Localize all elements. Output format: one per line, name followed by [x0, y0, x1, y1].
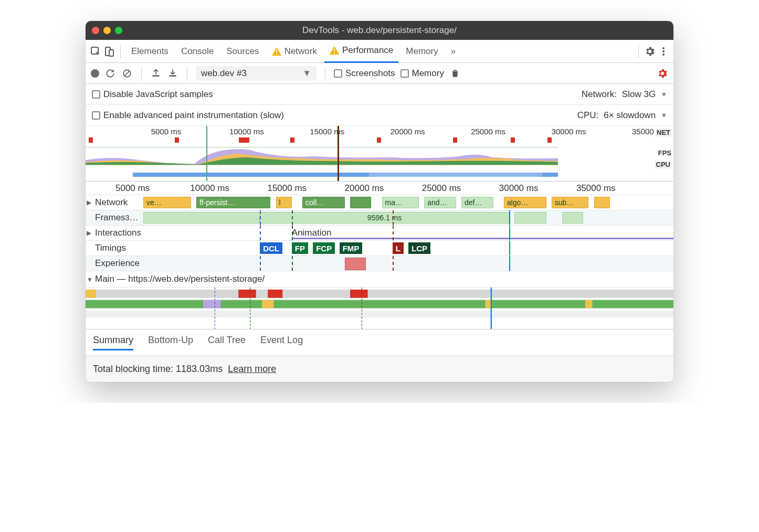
network-request-block[interactable]: def… — [461, 197, 493, 208]
timing-fp[interactable]: FP — [292, 242, 308, 254]
tab-sources[interactable]: Sources — [221, 40, 264, 63]
svg-rect-12 — [152, 75, 159, 77]
svg-point-9 — [662, 54, 665, 56]
fp-marker — [292, 210, 293, 225]
details-tab-event-log[interactable]: Event Log — [260, 335, 303, 350]
zoom-icon[interactable] — [115, 27, 122, 34]
inspect-icon[interactable] — [90, 46, 101, 57]
timing-lcp[interactable]: LCP — [408, 242, 430, 254]
ruler-tick: 20000 ms — [391, 127, 425, 136]
separator — [638, 45, 639, 58]
learn-more-link[interactable]: Learn more — [228, 364, 276, 374]
cpu-throttle-value[interactable]: 6× slowdown — [604, 110, 656, 121]
disable-js-checkbox[interactable]: Disable JavaScript samples — [92, 89, 213, 100]
tracks-ruler[interactable]: 5000 ms10000 ms15000 ms20000 ms25000 ms3… — [86, 182, 673, 195]
main-thread-header[interactable]: ▼ Main — https://web.dev/persistent-stor… — [86, 271, 673, 288]
svg-rect-2 — [109, 50, 113, 56]
dcl-marker — [260, 210, 261, 225]
long-task-marker — [377, 137, 381, 143]
settings-icon[interactable] — [644, 46, 656, 57]
tab-network[interactable]: Network — [267, 40, 322, 63]
network-request-block[interactable]: ff-persist… — [196, 197, 270, 208]
details-tab-bottom-up[interactable]: Bottom-Up — [148, 335, 193, 350]
load-profile-icon[interactable] — [150, 68, 162, 79]
minimize-icon[interactable] — [103, 27, 111, 34]
devtools-window: DevTools - web.dev/persistent-storage/ E… — [86, 21, 673, 382]
network-request-block[interactable]: sub… — [552, 197, 589, 208]
ruler-tick: 10000 ms — [190, 183, 229, 194]
tab-console[interactable]: Console — [176, 40, 219, 63]
titlebar[interactable]: DevTools - web.dev/persistent-storage/ — [86, 21, 673, 40]
network-track[interactable]: ▶Network ve…ff-persist…lcoll…ma…and…def…… — [86, 195, 673, 210]
clear-icon[interactable] — [121, 68, 133, 79]
record-button[interactable] — [91, 69, 99, 78]
experience-track[interactable]: Experience — [86, 256, 673, 271]
flame-chart[interactable] — [86, 288, 673, 329]
interactions-track[interactable]: ▶Interactions Animation — [86, 226, 673, 241]
memory-checkbox[interactable]: Memory — [400, 68, 444, 79]
collapse-arrow-icon[interactable]: ▼ — [87, 276, 93, 283]
network-request-block[interactable]: coll… — [302, 197, 345, 208]
ruler-tick: 5000 ms — [151, 127, 182, 136]
timing-l[interactable]: L — [393, 242, 404, 254]
frames-track[interactable]: Frames399.8 ms 9596.1 ms — [86, 210, 673, 226]
profile-select[interactable]: web.dev #3 ▼ — [196, 66, 317, 81]
svg-rect-15 — [86, 290, 673, 298]
enable-paint-checkbox[interactable]: Enable advanced paint instrumentation (s… — [92, 110, 284, 121]
trash-icon[interactable] — [449, 68, 461, 79]
ruler-tick: 10000 ms — [229, 127, 264, 136]
network-request-block[interactable]: algo… — [504, 197, 546, 208]
network-throttle-label: Network: — [582, 89, 617, 100]
network-request-block[interactable]: and… — [424, 197, 456, 208]
expand-arrow-icon[interactable]: ▶ — [87, 199, 91, 206]
chevron-down-icon[interactable]: ▼ — [661, 91, 667, 98]
ruler-tick: 5000 ms — [115, 183, 150, 194]
expand-arrow-icon[interactable]: ▶ — [87, 229, 91, 237]
reload-icon[interactable] — [104, 68, 116, 79]
selection-handle-left[interactable] — [206, 126, 207, 181]
details-tab-call-tree[interactable]: Call Tree — [208, 335, 246, 350]
profile-select-label: web.dev #3 — [201, 68, 247, 79]
kebab-menu-icon[interactable] — [658, 46, 669, 57]
chevron-down-icon[interactable]: ▼ — [661, 112, 667, 119]
tab-memory[interactable]: Memory — [400, 40, 443, 63]
svg-rect-21 — [203, 300, 221, 308]
svg-rect-19 — [350, 290, 368, 298]
selection-handle-right[interactable] — [338, 126, 339, 181]
timing-dcl[interactable]: DCL — [260, 242, 282, 254]
long-task-marker — [547, 137, 552, 143]
animation-bar — [292, 238, 673, 239]
screenshots-checkbox[interactable]: Screenshots — [334, 68, 395, 79]
overflow-tabs-button[interactable]: » — [446, 40, 461, 63]
network-request-block[interactable] — [350, 197, 371, 208]
svg-rect-24 — [585, 300, 592, 308]
network-request-block[interactable]: l — [276, 197, 292, 208]
option-row-js-samples: Disable JavaScript samples Network: Slow… — [86, 84, 673, 105]
capture-settings-icon[interactable] — [657, 68, 668, 79]
network-request-block[interactable]: ve… — [143, 197, 191, 208]
device-toggle-icon[interactable] — [103, 46, 115, 57]
separator — [187, 67, 187, 80]
network-request-block[interactable] — [594, 197, 610, 208]
close-icon[interactable] — [92, 27, 99, 34]
svg-rect-23 — [486, 300, 491, 308]
timeline-overview[interactable]: 5000 ms10000 ms15000 ms20000 ms25000 ms3… — [86, 126, 673, 182]
window-title: DevTools - web.dev/persistent-storage/ — [86, 25, 673, 36]
layout-shift-block[interactable] — [345, 258, 366, 270]
timings-track[interactable]: Timings DCLFPFCPFMPLLCP — [86, 241, 673, 256]
network-request-block[interactable]: ma… — [382, 197, 419, 208]
svg-rect-6 — [334, 52, 335, 54]
network-throttle-value[interactable]: Slow 3G — [622, 89, 656, 100]
ruler-tick: 20000 ms — [345, 183, 384, 194]
save-profile-icon[interactable] — [167, 68, 178, 79]
tab-elements[interactable]: Elements — [126, 40, 174, 63]
details-tab-summary[interactable]: Summary — [93, 335, 133, 350]
cpu-throttle-label: CPU: — [577, 110, 599, 121]
timing-fmp[interactable]: FMP — [340, 242, 363, 254]
playhead-marker[interactable] — [509, 210, 510, 225]
ruler-tick: 15000 ms — [310, 127, 344, 136]
main-tabstrip: ElementsConsoleSourcesNetworkPerformance… — [86, 40, 673, 63]
timing-fcp[interactable]: FCP — [313, 242, 335, 254]
tab-performance[interactable]: Performance — [324, 40, 398, 63]
ruler-tick: 35000 ms — [576, 183, 616, 194]
